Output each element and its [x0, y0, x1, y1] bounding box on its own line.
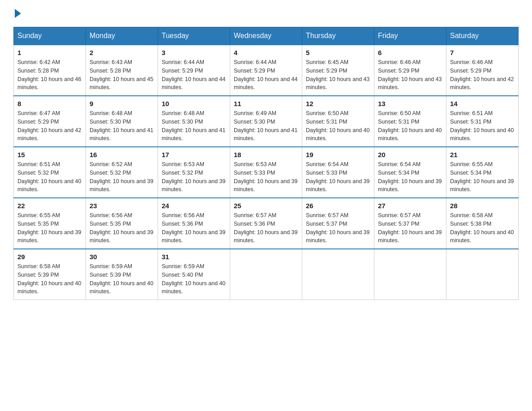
- page-header: [13, 9, 519, 18]
- day-number: 31: [162, 253, 226, 261]
- calendar-cell: 19 Sunrise: 6:54 AM Sunset: 5:33 PM Dayl…: [302, 147, 374, 198]
- day-number: 8: [17, 100, 82, 107]
- calendar-cell: 27 Sunrise: 6:57 AM Sunset: 5:37 PM Dayl…: [374, 198, 446, 249]
- calendar-cell: 25 Sunrise: 6:57 AM Sunset: 5:36 PM Dayl…: [230, 198, 302, 249]
- day-number: 4: [234, 49, 298, 56]
- day-of-week-header: Saturday: [446, 27, 519, 45]
- day-info: Sunrise: 6:54 AM Sunset: 5:33 PM Dayligh…: [306, 160, 370, 194]
- calendar-cell: 8 Sunrise: 6:47 AM Sunset: 5:29 PM Dayli…: [14, 96, 86, 147]
- day-number: 1: [17, 49, 82, 56]
- day-number: 5: [306, 49, 370, 56]
- day-info: Sunrise: 6:57 AM Sunset: 5:36 PM Dayligh…: [234, 211, 298, 245]
- calendar-cell: [230, 249, 302, 300]
- day-info: Sunrise: 6:58 AM Sunset: 5:38 PM Dayligh…: [450, 211, 515, 245]
- day-number: 3: [162, 49, 226, 56]
- day-info: Sunrise: 6:59 AM Sunset: 5:39 PM Dayligh…: [90, 262, 154, 296]
- calendar-cell: 13 Sunrise: 6:50 AM Sunset: 5:31 PM Dayl…: [374, 96, 446, 147]
- calendar-cell: 28 Sunrise: 6:58 AM Sunset: 5:38 PM Dayl…: [446, 198, 519, 249]
- day-number: 12: [306, 100, 370, 107]
- calendar-cell: 21 Sunrise: 6:55 AM Sunset: 5:34 PM Dayl…: [446, 147, 519, 198]
- day-info: Sunrise: 6:53 AM Sunset: 5:32 PM Dayligh…: [162, 160, 226, 194]
- day-of-week-header: Wednesday: [230, 27, 302, 45]
- calendar-cell: 29 Sunrise: 6:58 AM Sunset: 5:39 PM Dayl…: [14, 249, 86, 300]
- calendar-cell: 15 Sunrise: 6:51 AM Sunset: 5:32 PM Dayl…: [14, 147, 86, 198]
- day-number: 7: [450, 49, 515, 56]
- calendar-cell: 23 Sunrise: 6:56 AM Sunset: 5:35 PM Dayl…: [86, 198, 158, 249]
- calendar-week-row: 1 Sunrise: 6:42 AM Sunset: 5:28 PM Dayli…: [14, 45, 519, 96]
- day-info: Sunrise: 6:50 AM Sunset: 5:31 PM Dayligh…: [306, 109, 370, 143]
- day-number: 27: [378, 202, 442, 210]
- day-number: 20: [378, 151, 442, 158]
- day-info: Sunrise: 6:58 AM Sunset: 5:39 PM Dayligh…: [17, 262, 82, 296]
- calendar-cell: 22 Sunrise: 6:55 AM Sunset: 5:35 PM Dayl…: [14, 198, 86, 249]
- day-number: 24: [162, 202, 226, 210]
- day-number: 18: [234, 151, 298, 158]
- day-number: 22: [17, 202, 82, 210]
- day-info: Sunrise: 6:53 AM Sunset: 5:33 PM Dayligh…: [234, 160, 298, 194]
- day-number: 29: [17, 253, 82, 261]
- calendar-cell: 31 Sunrise: 6:59 AM Sunset: 5:40 PM Dayl…: [158, 249, 230, 300]
- day-info: Sunrise: 6:54 AM Sunset: 5:34 PM Dayligh…: [378, 160, 442, 194]
- calendar-table: SundayMondayTuesdayWednesdayThursdayFrid…: [13, 27, 519, 300]
- calendar-week-row: 15 Sunrise: 6:51 AM Sunset: 5:32 PM Dayl…: [14, 147, 519, 198]
- calendar-cell: 7 Sunrise: 6:46 AM Sunset: 5:29 PM Dayli…: [446, 45, 519, 96]
- day-number: 13: [378, 100, 442, 107]
- day-number: 10: [162, 100, 226, 107]
- day-info: Sunrise: 6:50 AM Sunset: 5:31 PM Dayligh…: [378, 109, 442, 143]
- day-number: 15: [17, 151, 82, 158]
- day-info: Sunrise: 6:51 AM Sunset: 5:32 PM Dayligh…: [17, 160, 82, 194]
- day-number: 19: [306, 151, 370, 158]
- calendar-cell: 5 Sunrise: 6:45 AM Sunset: 5:29 PM Dayli…: [302, 45, 374, 96]
- day-of-week-header: Sunday: [14, 27, 86, 45]
- day-info: Sunrise: 6:55 AM Sunset: 5:34 PM Dayligh…: [450, 160, 515, 194]
- day-info: Sunrise: 6:52 AM Sunset: 5:32 PM Dayligh…: [90, 160, 154, 194]
- day-info: Sunrise: 6:45 AM Sunset: 5:29 PM Dayligh…: [306, 58, 370, 92]
- calendar-cell: 1 Sunrise: 6:42 AM Sunset: 5:28 PM Dayli…: [14, 45, 86, 96]
- day-info: Sunrise: 6:57 AM Sunset: 5:37 PM Dayligh…: [378, 211, 442, 245]
- calendar-cell: 26 Sunrise: 6:57 AM Sunset: 5:37 PM Dayl…: [302, 198, 374, 249]
- calendar-cell: 18 Sunrise: 6:53 AM Sunset: 5:33 PM Dayl…: [230, 147, 302, 198]
- calendar-cell: 24 Sunrise: 6:56 AM Sunset: 5:36 PM Dayl…: [158, 198, 230, 249]
- day-info: Sunrise: 6:44 AM Sunset: 5:29 PM Dayligh…: [234, 58, 298, 92]
- calendar-cell: [374, 249, 446, 300]
- day-number: 28: [450, 202, 515, 210]
- day-number: 14: [450, 100, 515, 107]
- calendar-header-row: SundayMondayTuesdayWednesdayThursdayFrid…: [14, 27, 519, 45]
- day-number: 11: [234, 100, 298, 107]
- day-number: 6: [378, 49, 442, 56]
- day-number: 21: [450, 151, 515, 158]
- calendar-cell: 3 Sunrise: 6:44 AM Sunset: 5:29 PM Dayli…: [158, 45, 230, 96]
- day-info: Sunrise: 6:44 AM Sunset: 5:29 PM Dayligh…: [162, 58, 226, 92]
- day-number: 26: [306, 202, 370, 210]
- day-info: Sunrise: 6:46 AM Sunset: 5:29 PM Dayligh…: [450, 58, 515, 92]
- day-info: Sunrise: 6:48 AM Sunset: 5:30 PM Dayligh…: [162, 109, 226, 143]
- calendar-cell: [446, 249, 519, 300]
- day-info: Sunrise: 6:49 AM Sunset: 5:30 PM Dayligh…: [234, 109, 298, 143]
- calendar-cell: 4 Sunrise: 6:44 AM Sunset: 5:29 PM Dayli…: [230, 45, 302, 96]
- day-info: Sunrise: 6:59 AM Sunset: 5:40 PM Dayligh…: [162, 262, 226, 296]
- day-info: Sunrise: 6:48 AM Sunset: 5:30 PM Dayligh…: [90, 109, 154, 143]
- calendar-cell: 6 Sunrise: 6:46 AM Sunset: 5:29 PM Dayli…: [374, 45, 446, 96]
- calendar-cell: 11 Sunrise: 6:49 AM Sunset: 5:30 PM Dayl…: [230, 96, 302, 147]
- day-info: Sunrise: 6:47 AM Sunset: 5:29 PM Dayligh…: [17, 109, 82, 143]
- calendar-week-row: 22 Sunrise: 6:55 AM Sunset: 5:35 PM Dayl…: [14, 198, 519, 249]
- day-number: 9: [90, 100, 154, 107]
- day-of-week-header: Monday: [86, 27, 158, 45]
- calendar-cell: [302, 249, 374, 300]
- day-info: Sunrise: 6:57 AM Sunset: 5:37 PM Dayligh…: [306, 211, 370, 245]
- day-of-week-header: Thursday: [302, 27, 374, 45]
- calendar-cell: 20 Sunrise: 6:54 AM Sunset: 5:34 PM Dayl…: [374, 147, 446, 198]
- calendar-cell: 30 Sunrise: 6:59 AM Sunset: 5:39 PM Dayl…: [86, 249, 158, 300]
- logo-arrow-icon: [15, 9, 21, 18]
- calendar-cell: 12 Sunrise: 6:50 AM Sunset: 5:31 PM Dayl…: [302, 96, 374, 147]
- day-info: Sunrise: 6:56 AM Sunset: 5:36 PM Dayligh…: [162, 211, 226, 245]
- calendar-cell: 10 Sunrise: 6:48 AM Sunset: 5:30 PM Dayl…: [158, 96, 230, 147]
- calendar-week-row: 8 Sunrise: 6:47 AM Sunset: 5:29 PM Dayli…: [14, 96, 519, 147]
- day-number: 30: [90, 253, 154, 261]
- day-number: 2: [90, 49, 154, 56]
- day-number: 25: [234, 202, 298, 210]
- calendar-cell: 2 Sunrise: 6:43 AM Sunset: 5:28 PM Dayli…: [86, 45, 158, 96]
- calendar-week-row: 29 Sunrise: 6:58 AM Sunset: 5:39 PM Dayl…: [14, 249, 519, 300]
- calendar-cell: 17 Sunrise: 6:53 AM Sunset: 5:32 PM Dayl…: [158, 147, 230, 198]
- day-of-week-header: Friday: [374, 27, 446, 45]
